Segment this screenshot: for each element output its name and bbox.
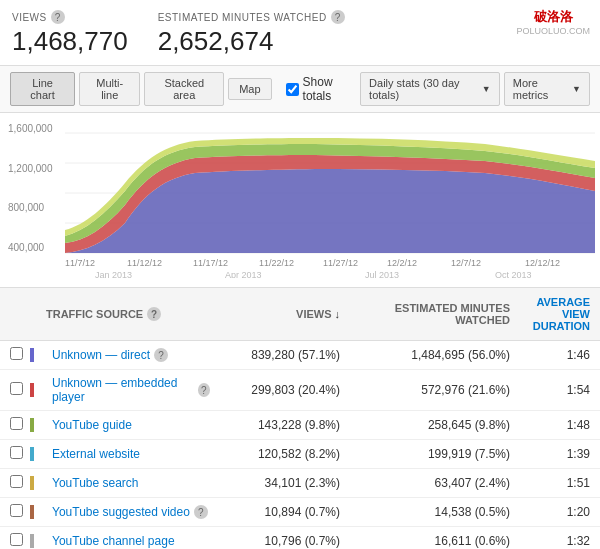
y-label-1: 400,000 [8, 242, 53, 253]
row-source-4[interactable]: YouTube search [52, 476, 210, 490]
row-avg-6: 1:32 [510, 534, 590, 548]
table-row: Unknown — direct ? 839,280 (57.1%) 1,484… [0, 341, 600, 370]
row-minutes-1: 572,976 (21.6%) [340, 383, 510, 397]
row-minutes-2: 258,645 (9.8%) [340, 418, 510, 432]
row-source-1[interactable]: Unknown — embedded player ? [52, 376, 210, 404]
row-views-2: 143,228 (9.8%) [210, 418, 340, 432]
avg-col-header: AVERAGE VIEW DURATION [510, 296, 590, 332]
chart-svg-wrapper: 11/7/12 11/12/12 11/17/12 11/22/12 11/27… [65, 123, 590, 281]
y-axis-labels: 1,600,000 1,200,000 800,000 400,000 [8, 123, 53, 253]
multi-line-button[interactable]: Multi-line [79, 72, 140, 106]
stacked-area-button[interactable]: Stacked area [144, 72, 224, 106]
daily-stats-arrow: ▼ [482, 84, 491, 94]
table-header-row: TRAFFIC SOURCE ? VIEWS ↓ ESTIMATED MINUT… [0, 288, 600, 341]
row-color-indicator-1 [30, 383, 46, 397]
row-source-3[interactable]: External website [52, 447, 210, 461]
row-avg-4: 1:51 [510, 476, 590, 490]
minutes-col-header: ESTIMATED MINUTES WATCHED [340, 302, 510, 326]
row-color-indicator-3 [30, 447, 46, 461]
row-checkbox-4[interactable] [10, 475, 30, 491]
table-row: YouTube guide 143,228 (9.8%) 258,645 (9.… [0, 411, 600, 440]
x-label-8: 12/12/12 [525, 258, 560, 268]
x-label-2: 11/12/12 [127, 258, 162, 268]
row-source-0[interactable]: Unknown — direct ? [52, 348, 210, 362]
table-row: YouTube suggested video ? 10,894 (0.7%) … [0, 498, 600, 527]
views-value: 1,468,770 [12, 26, 128, 57]
views-label: VIEWS [12, 12, 47, 23]
views-help-icon[interactable]: ? [51, 10, 65, 24]
row-minutes-5: 14,538 (0.5%) [340, 505, 510, 519]
row-views-5: 10,894 (0.7%) [210, 505, 340, 519]
chart-toolbar: Line chart Multi-line Stacked area Map S… [0, 66, 600, 113]
row-avg-5: 1:20 [510, 505, 590, 519]
row-source-2[interactable]: YouTube guide [52, 418, 210, 432]
more-metrics-label: More metrics [513, 77, 568, 101]
row-views-0: 839,280 (57.1%) [210, 348, 340, 362]
y-label-3: 1,200,000 [8, 163, 53, 174]
map-button[interactable]: Map [228, 78, 271, 100]
y-label-4: 1,600,000 [8, 123, 53, 134]
show-totals-checkbox[interactable] [286, 83, 299, 96]
chart-area: 1,600,000 1,200,000 800,000 400,000 11/7… [0, 113, 600, 288]
row-checkbox-3[interactable] [10, 446, 30, 462]
row-checkbox-5[interactable] [10, 504, 30, 520]
x-label-5: 11/27/12 [323, 258, 358, 268]
minutes-stat: ESTIMATED MINUTES WATCHED ? 2,652,674 [158, 10, 345, 57]
more-metrics-arrow: ▼ [572, 84, 581, 94]
top-stats-bar: VIEWS ? 1,468,770 ESTIMATED MINUTES WATC… [0, 0, 600, 66]
source-help-icon[interactable]: ? [147, 307, 161, 321]
row-color-indicator-4 [30, 476, 46, 490]
views-stat: VIEWS ? 1,468,770 [12, 10, 128, 57]
row-views-3: 120,582 (8.2%) [210, 447, 340, 461]
row-checkbox-1[interactable] [10, 382, 30, 398]
daily-stats-dropdown[interactable]: Daily stats (30 day totals) ▼ [360, 72, 500, 106]
row-avg-3: 1:39 [510, 447, 590, 461]
row-views-1: 299,803 (20.4%) [210, 383, 340, 397]
row-avg-2: 1:48 [510, 418, 590, 432]
row-minutes-3: 199,919 (7.5%) [340, 447, 510, 461]
chart-svg: 11/7/12 11/12/12 11/17/12 11/22/12 11/27… [65, 123, 595, 278]
row-source-5[interactable]: YouTube suggested video ? [52, 505, 210, 519]
minutes-help-icon[interactable]: ? [331, 10, 345, 24]
x-label-bot-2: Apr 2013 [225, 270, 262, 278]
x-label-bot-4: Oct 2013 [495, 270, 532, 278]
show-totals-label[interactable]: Show totals [286, 75, 357, 103]
row-source-6[interactable]: YouTube channel page [52, 534, 210, 548]
row-color-indicator-2 [30, 418, 46, 432]
x-label-bot-3: Jul 2013 [365, 270, 399, 278]
row-views-6: 10,796 (0.7%) [210, 534, 340, 548]
minutes-label: ESTIMATED MINUTES WATCHED [158, 12, 327, 23]
table-row: YouTube channel page 10,796 (0.7%) 16,61… [0, 527, 600, 549]
logo-line1: 破洛洛 [516, 8, 590, 26]
logo-line2: POLUOLUO.COM [516, 26, 590, 36]
source-col-label: TRAFFIC SOURCE [46, 308, 143, 320]
table-row: Unknown — embedded player ? 299,803 (20.… [0, 370, 600, 411]
row-color-indicator-6 [30, 534, 46, 548]
x-label-6: 12/2/12 [387, 258, 417, 268]
views-col-label: VIEWS [296, 308, 331, 320]
more-metrics-dropdown[interactable]: More metrics ▼ [504, 72, 590, 106]
row-avg-0: 1:46 [510, 348, 590, 362]
minutes-value: 2,652,674 [158, 26, 345, 57]
row-minutes-4: 63,407 (2.4%) [340, 476, 510, 490]
row-minutes-0: 1,484,695 (56.0%) [340, 348, 510, 362]
row-checkbox-6[interactable] [10, 533, 30, 549]
y-label-2: 800,000 [8, 202, 53, 213]
x-label-4: 11/22/12 [259, 258, 294, 268]
row-color-indicator-5 [30, 505, 46, 519]
x-label-3: 11/17/12 [193, 258, 228, 268]
table-rows: Unknown — direct ? 839,280 (57.1%) 1,484… [0, 341, 600, 549]
logo: 破洛洛 POLUOLUO.COM [516, 8, 590, 36]
show-totals-text: Show totals [303, 75, 357, 103]
x-label-1: 11/7/12 [65, 258, 95, 268]
row-avg-1: 1:54 [510, 383, 590, 397]
traffic-table: TRAFFIC SOURCE ? VIEWS ↓ ESTIMATED MINUT… [0, 288, 600, 549]
line-chart-button[interactable]: Line chart [10, 72, 75, 106]
row-views-4: 34,101 (2.3%) [210, 476, 340, 490]
table-row: YouTube search 34,101 (2.3%) 63,407 (2.4… [0, 469, 600, 498]
x-label-7: 12/7/12 [451, 258, 481, 268]
row-checkbox-0[interactable] [10, 347, 30, 363]
row-checkbox-2[interactable] [10, 417, 30, 433]
x-label-bot-1: Jan 2013 [95, 270, 132, 278]
table-row: External website 120,582 (8.2%) 199,919 … [0, 440, 600, 469]
